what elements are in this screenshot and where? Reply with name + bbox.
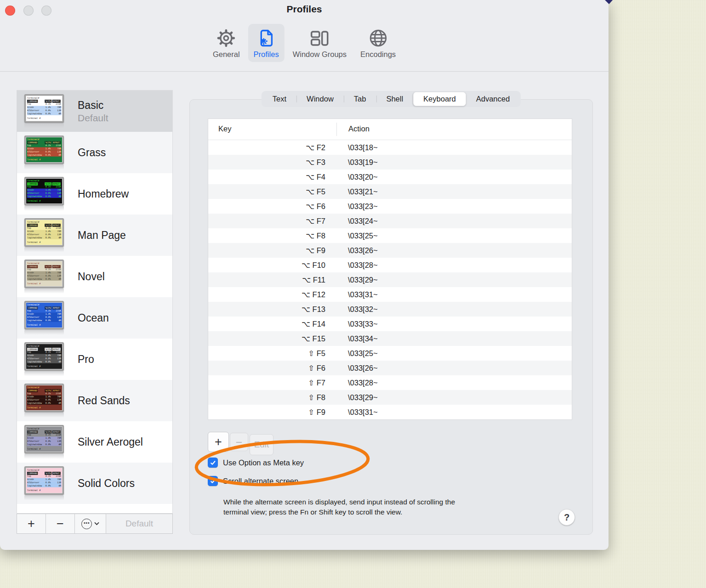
key-cell: ⌥ F10 bbox=[208, 261, 336, 270]
profile-row-novel[interactable]: Terminal#COMMAND%CPURPRVTtop4.1%231KXcod… bbox=[17, 256, 172, 297]
profile-name: Grass bbox=[78, 147, 106, 159]
key-cell: ⇧ F5 bbox=[208, 349, 336, 358]
toolbar-item-window-groups[interactable]: Window Groups bbox=[287, 24, 352, 62]
use-option-as-meta-key-checkbox[interactable] bbox=[208, 458, 218, 468]
profile-name: Novel bbox=[78, 271, 105, 283]
key-binding-row[interactable]: ⌥ F13\033[32~ bbox=[208, 302, 572, 317]
window-groups-icon bbox=[309, 28, 330, 49]
preferences-toolbar: GeneralProfilesWindow GroupsEncodings bbox=[207, 24, 401, 62]
profile-name: Silver Aerogel bbox=[78, 436, 143, 448]
action-cell: \033[28~ bbox=[336, 379, 378, 387]
action-cell: \033[23~ bbox=[336, 202, 378, 211]
key-cell: ⌥ F2 bbox=[208, 143, 336, 152]
key-binding-row[interactable]: ⇧ F7\033[28~ bbox=[208, 375, 572, 390]
help-button[interactable]: ? bbox=[558, 509, 575, 526]
key-binding-row[interactable]: ⌥ F7\033[24~ bbox=[208, 214, 572, 228]
checkmark-icon bbox=[210, 478, 216, 485]
action-cell: \033[24~ bbox=[336, 217, 378, 226]
key-binding-row[interactable]: ⌥ F11\033[29~ bbox=[208, 272, 572, 287]
thumbnail-reflection bbox=[24, 123, 64, 128]
profile-row-basic[interactable]: Terminal#COMMAND%CPURPRVTtop4.1%231KXcod… bbox=[17, 90, 172, 132]
toolbar-item-profiles[interactable]: Profiles bbox=[248, 24, 285, 62]
profile-more-options-button[interactable]: ••• bbox=[75, 514, 106, 533]
action-cell: \033[21~ bbox=[336, 187, 378, 196]
profile-row-grass[interactable]: Terminal#COMMAND%CPURPRVTtop4.1%231KXcod… bbox=[17, 132, 172, 173]
profile-row-homebrew[interactable]: Terminal#COMMAND%CPURPRVTtop4.1%231KXcod… bbox=[17, 173, 172, 215]
thumbnail-reflection bbox=[24, 413, 64, 418]
action-cell: \033[18~ bbox=[336, 143, 378, 152]
key-cell: ⇧ F6 bbox=[208, 364, 336, 373]
toolbar-item-encodings[interactable]: Encodings bbox=[355, 24, 401, 62]
key-cell: ⌥ F6 bbox=[208, 202, 336, 211]
add-key-binding-button[interactable]: + bbox=[208, 432, 229, 452]
action-cell: \033[31~ bbox=[336, 290, 378, 299]
key-binding-row[interactable]: ⌥ F9\033[26~ bbox=[208, 243, 572, 258]
remove-profile-button[interactable]: − bbox=[46, 514, 75, 533]
key-binding-row[interactable]: ⌥ F14\033[33~ bbox=[208, 317, 572, 331]
key-cell: ⌥ F14 bbox=[208, 320, 336, 328]
thumbnail-reflection bbox=[24, 330, 64, 335]
key-binding-row[interactable]: ⇧ F5\033[25~ bbox=[208, 346, 572, 361]
thumbnail-reflection bbox=[24, 371, 64, 376]
action-cell: \033[26~ bbox=[336, 246, 378, 255]
profile-thumbnail: Terminal#COMMAND%CPURPRVTtop4.1%231KXcod… bbox=[24, 384, 65, 418]
profile-thumbnail: Terminal#COMMAND%CPURPRVTtop4.1%231KXcod… bbox=[24, 177, 65, 211]
action-cell: \033[25~ bbox=[336, 349, 378, 358]
key-cell: ⌥ F4 bbox=[208, 173, 336, 181]
profile-name: Homebrew bbox=[78, 188, 129, 200]
profile-name: Ocean bbox=[78, 312, 109, 324]
key-cell: ⇧ F9 bbox=[208, 408, 336, 417]
thumbnail-reflection bbox=[24, 206, 64, 211]
key-bindings-table: Key Action ⌥ F2\033[18~⌥ F3\033[19~⌥ F4\… bbox=[208, 119, 572, 420]
action-cell: \033[29~ bbox=[336, 393, 378, 402]
key-binding-row[interactable]: ⌥ F4\033[20~ bbox=[208, 170, 572, 184]
tab-text[interactable]: Text bbox=[262, 92, 296, 106]
key-binding-row[interactable]: ⌥ F2\033[18~ bbox=[208, 140, 572, 155]
toolbar-item-general[interactable]: General bbox=[207, 24, 245, 62]
key-binding-row[interactable]: ⌥ F15\033[34~ bbox=[208, 331, 572, 346]
key-binding-row[interactable]: ⇧ F9\033[31~ bbox=[208, 405, 572, 419]
profile-row-red-sands[interactable]: Terminal#COMMAND%CPURPRVTtop4.1%231KXcod… bbox=[17, 380, 172, 421]
profile-row-man-page[interactable]: Terminal#COMMAND%CPURPRVTtop4.1%231KXcod… bbox=[17, 215, 172, 256]
key-binding-row[interactable]: ⌥ F10\033[28~ bbox=[208, 258, 572, 272]
key-binding-row[interactable]: ⌥ F3\033[19~ bbox=[208, 155, 572, 170]
scroll-alternate-screen-checkbox[interactable] bbox=[208, 476, 218, 486]
key-binding-row[interactable]: ⌥ F5\033[21~ bbox=[208, 184, 572, 199]
profile-thumbnail: Terminal#COMMAND%CPURPRVTtop4.1%231KXcod… bbox=[24, 260, 65, 294]
key-binding-row[interactable]: ⌥ F12\033[31~ bbox=[208, 287, 572, 302]
action-cell: \033[19~ bbox=[336, 158, 378, 167]
tab-shell[interactable]: Shell bbox=[376, 92, 413, 106]
window-title: Profiles bbox=[0, 4, 609, 15]
column-divider[interactable] bbox=[336, 123, 337, 136]
key-binding-row[interactable]: ⌥ F6\033[23~ bbox=[208, 199, 572, 214]
action-cell: \033[20~ bbox=[336, 173, 378, 181]
action-cell: \033[34~ bbox=[336, 334, 378, 343]
key-binding-row[interactable]: ⇧ F8\033[29~ bbox=[208, 390, 572, 405]
action-cell: \033[31~ bbox=[336, 408, 378, 417]
profile-row-solid-colors[interactable]: Terminal#COMMAND%CPURPRVTtop4.1%231KXcod… bbox=[17, 463, 172, 504]
ellipsis-circle-icon: ••• bbox=[81, 519, 92, 529]
profile-thumbnail: Terminal#COMMAND%CPURPRVTtop4.1%231KXcod… bbox=[24, 342, 65, 376]
thumbnail-reflection bbox=[24, 288, 64, 294]
profile-thumbnail: Terminal#COMMAND%CPURPRVTtop4.1%231KXcod… bbox=[24, 301, 65, 335]
key-cell: ⌥ F11 bbox=[208, 276, 336, 284]
globe-icon bbox=[368, 28, 389, 49]
thumbnail-reflection bbox=[24, 495, 64, 500]
add-profile-button[interactable]: + bbox=[17, 514, 46, 533]
profile-row-ocean[interactable]: Terminal#COMMAND%CPURPRVTtop4.1%231KXcod… bbox=[17, 297, 172, 339]
tab-window[interactable]: Window bbox=[296, 92, 344, 106]
action-cell: \033[29~ bbox=[336, 276, 378, 284]
tab-tab[interactable]: Tab bbox=[344, 92, 376, 106]
action-cell: \033[26~ bbox=[336, 364, 378, 373]
action-cell: \033[25~ bbox=[336, 232, 378, 240]
tab-advanced[interactable]: Advanced bbox=[466, 92, 520, 106]
remove-key-binding-button: − bbox=[230, 433, 248, 451]
profile-tabbar: TextWindowTabShellKeyboardAdvanced bbox=[262, 91, 521, 107]
key-cell: ⌥ F8 bbox=[208, 232, 336, 240]
profile-row-silver-aerogel[interactable]: Terminal#COMMAND%CPURPRVTtop4.1%231KXcod… bbox=[17, 421, 172, 463]
profile-row-pro[interactable]: Terminal#COMMAND%CPURPRVTtop4.1%231KXcod… bbox=[17, 339, 172, 380]
profile-name: Basic bbox=[78, 99, 108, 112]
key-binding-row[interactable]: ⌥ F8\033[25~ bbox=[208, 228, 572, 243]
key-binding-row[interactable]: ⇧ F6\033[26~ bbox=[208, 361, 572, 375]
tab-keyboard[interactable]: Keyboard bbox=[413, 92, 466, 106]
